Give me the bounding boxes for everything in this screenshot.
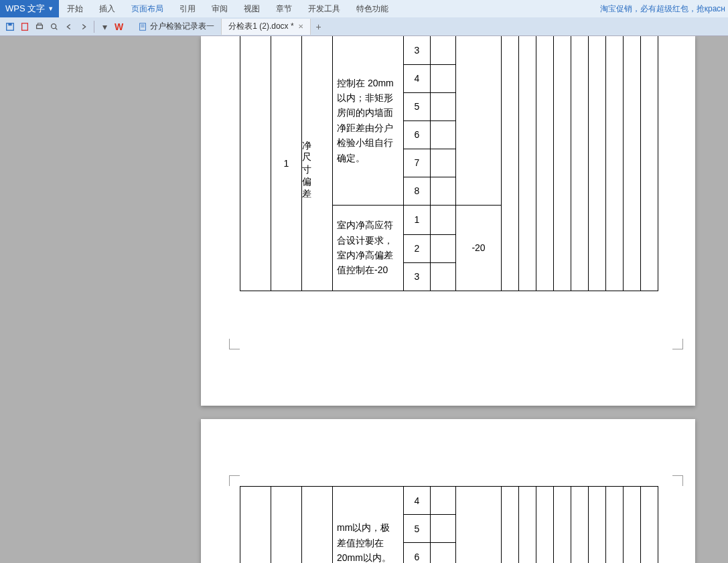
row-num: 6 bbox=[404, 543, 431, 564]
svg-rect-4 bbox=[38, 23, 41, 25]
toolbar: ▾ W 分户检验记录表一 分检表1 (2).docx * ✕ + bbox=[0, 17, 728, 36]
tab-doc-2[interactable]: 分检表1 (2).docx * ✕ bbox=[222, 19, 310, 35]
document-tabs: 分户检验记录表一 分检表1 (2).docx * ✕ + bbox=[131, 17, 327, 36]
svg-line-6 bbox=[56, 27, 58, 29]
tab-doc-1[interactable]: 分户检验记录表一 bbox=[131, 19, 222, 35]
toolbar-separator bbox=[94, 21, 94, 33]
wps-logo-icon[interactable]: W bbox=[115, 21, 123, 32]
row-num: 3 bbox=[404, 36, 431, 64]
menu-features[interactable]: 特色功能 bbox=[348, 0, 396, 17]
desc-cell-1: 控制在 20mm以内；非矩形房间的内墙面净距差由分户检验小组自行确定。 bbox=[333, 36, 404, 205]
add-tab-button[interactable]: + bbox=[311, 21, 327, 32]
tab-label: 分检表1 (2).docx * bbox=[228, 21, 293, 32]
row-num: 5 bbox=[404, 92, 431, 120]
row-num: 7 bbox=[404, 149, 431, 177]
row-num: 6 bbox=[404, 120, 431, 149]
redo-icon[interactable] bbox=[78, 21, 90, 33]
row-num: 5 bbox=[404, 515, 431, 543]
print-icon[interactable] bbox=[33, 21, 46, 33]
page-1: 1 净尺寸偏差 控制在 20mm以内；非矩形房间的内墙面净距差由分户检验小组自行… bbox=[201, 36, 695, 406]
menu-page-layout[interactable]: 页面布局 bbox=[123, 0, 171, 17]
menu-start[interactable]: 开始 bbox=[59, 0, 91, 17]
svg-rect-1 bbox=[8, 23, 11, 25]
menu-bar: WPS 文字 ▼ 开始 插入 页面布局 引用 审阅 视图 章节 开发工具 特色功… bbox=[0, 0, 728, 17]
row-num: 8 bbox=[404, 177, 431, 205]
row-num: 4 bbox=[404, 64, 431, 92]
dropdown-icon[interactable]: ▾ bbox=[98, 21, 111, 33]
menu-items: 开始 插入 页面布局 引用 审阅 视图 章节 开发工具 特色功能 bbox=[59, 0, 597, 17]
menu-section[interactable]: 章节 bbox=[268, 0, 300, 17]
menu-devtools[interactable]: 开发工具 bbox=[300, 0, 348, 17]
svg-rect-3 bbox=[37, 25, 43, 28]
page-2: mm以内，极差值控制在20mm以内。 4 5 6 7 bbox=[201, 419, 695, 563]
row-num: 3 bbox=[404, 262, 431, 291]
app-title-text: WPS 文字 bbox=[5, 3, 45, 15]
desc-cell: mm以内，极差值控制在20mm以内。 bbox=[333, 487, 404, 564]
margin-marker bbox=[672, 339, 683, 349]
menu-view[interactable]: 视图 bbox=[236, 0, 268, 17]
menu-reference[interactable]: 引用 bbox=[171, 0, 204, 17]
tab-label: 分户检验记录表一 bbox=[150, 21, 214, 32]
vertical-label: 净尺寸偏差 bbox=[302, 127, 311, 200]
save-icon[interactable] bbox=[4, 21, 16, 33]
desc-cell-2: 室内净高应符合设计要求，室内净高偏差值控制在-20 bbox=[333, 205, 404, 291]
menu-insert[interactable]: 插入 bbox=[91, 0, 123, 17]
export-pdf-icon[interactable] bbox=[19, 21, 31, 33]
undo-icon[interactable] bbox=[63, 21, 75, 33]
margin-marker bbox=[672, 475, 683, 486]
margin-marker bbox=[229, 475, 240, 486]
index-cell: 1 bbox=[271, 36, 302, 291]
close-icon[interactable]: ✕ bbox=[298, 23, 303, 30]
svg-rect-2 bbox=[22, 23, 28, 30]
document-canvas[interactable]: 1 净尺寸偏差 控制在 20mm以内；非矩形房间的内墙面净距差由分户检验小组自行… bbox=[0, 36, 728, 563]
inspection-table-1: 1 净尺寸偏差 控制在 20mm以内；非矩形房间的内墙面净距差由分户检验小组自行… bbox=[240, 36, 658, 291]
margin-marker bbox=[229, 339, 240, 349]
svg-point-5 bbox=[52, 23, 56, 28]
value-cell: -20 bbox=[456, 205, 502, 291]
caret-down-icon: ▼ bbox=[48, 5, 54, 12]
inspection-table-2: mm以内，极差值控制在20mm以内。 4 5 6 7 bbox=[240, 486, 658, 563]
row-num: 1 bbox=[404, 205, 431, 234]
promo-link[interactable]: 淘宝促销，必有超级红包，抢красн bbox=[597, 3, 728, 15]
print-preview-icon[interactable] bbox=[48, 21, 60, 33]
row-num: 2 bbox=[404, 234, 431, 262]
app-title[interactable]: WPS 文字 ▼ bbox=[0, 0, 59, 17]
row-num: 4 bbox=[404, 487, 431, 515]
doc-icon bbox=[138, 22, 147, 31]
menu-review[interactable]: 审阅 bbox=[204, 0, 236, 17]
